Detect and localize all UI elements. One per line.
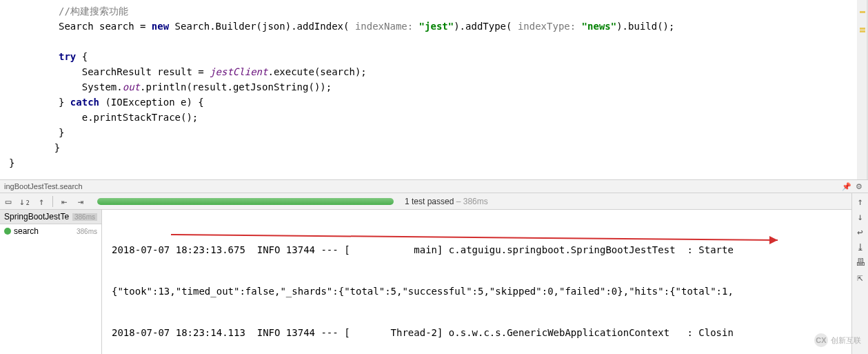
console-line: 2018-07-07 18:23:14.113 INFO 13744 --- [… — [112, 326, 864, 340]
test-toolbar: ▭ ↓₂ ↑ ⇤ ⇥ 1 test passed – 386ms — [0, 193, 868, 210]
code-line: e.printStackTrace(); — [59, 110, 867, 125]
gear-icon[interactable]: ⚙ — [854, 181, 864, 191]
test-progress-bar — [97, 198, 394, 205]
sort-down-icon[interactable]: ↓₂ — [19, 196, 30, 207]
code-line: } — [9, 155, 867, 170]
code-line: System.out.println(result.getJsonString(… — [59, 79, 867, 95]
code-line: SearchResult result = jestClient.execute… — [59, 64, 867, 79]
breadcrumb-bar: ingBootJestTest.search 📌 ⚙ — [0, 179, 868, 193]
tree-header-time: 386ms — [72, 213, 97, 221]
console-line: 2018-07-07 18:23:13.675 INFO 13744 --- [… — [112, 243, 864, 257]
test-results-pane: SpringBootJestTe 386ms search 386ms 2018… — [0, 210, 868, 354]
export-icon[interactable]: ⇱ — [855, 272, 866, 283]
pass-icon — [4, 228, 11, 235]
test-status: 1 test passed – 386ms — [405, 197, 488, 206]
console-line: {"took":13,"timed_out":false,"_shards":{… — [112, 284, 864, 298]
watermark-logo-icon: CX — [814, 333, 828, 347]
code-line: } — [59, 125, 867, 140]
test-tree-header[interactable]: SpringBootJestTe 386ms — [0, 210, 101, 224]
code-line-blank — [59, 34, 867, 49]
toggle-pane-icon[interactable]: ▭ — [3, 196, 14, 207]
svg-line-0 — [171, 235, 778, 240]
test-tree-item[interactable]: search 386ms — [0, 224, 101, 238]
pin-icon[interactable]: 📌 — [842, 181, 851, 191]
down-arrow-icon[interactable]: ↓ — [855, 211, 866, 222]
expand-icon[interactable]: ⇥ — [75, 196, 86, 207]
watermark-text: 创新互联 — [831, 335, 861, 346]
editor-gutter — [857, 0, 867, 179]
watermark: CX 创新互联 — [814, 333, 861, 347]
tree-item-label: search — [14, 226, 39, 236]
print-icon[interactable]: 🖶 — [855, 257, 866, 268]
code-editor[interactable]: //构建搜索功能 Search search = new Search.Buil… — [0, 0, 868, 179]
code-line: } — [31, 140, 867, 155]
console-output[interactable]: 2018-07-07 18:23:13.675 INFO 13744 --- [… — [102, 210, 868, 354]
code-comment: //构建搜索功能 — [59, 6, 128, 17]
code-line: Search search = new Search.Builder(json)… — [59, 19, 867, 34]
code-line: } catch (IOException e) { — [59, 95, 867, 110]
tree-header-label: SpringBootJestTe — [4, 212, 69, 222]
up-arrow-icon[interactable]: ↑ — [855, 196, 866, 207]
code-line: try { — [59, 49, 867, 64]
wrap-icon[interactable]: ↩ — [855, 226, 866, 237]
breadcrumb-text[interactable]: ingBootJestTest.search — [4, 182, 83, 190]
collapse-icon[interactable]: ⇤ — [59, 196, 70, 207]
tree-item-time: 386ms — [77, 228, 97, 235]
test-tree[interactable]: SpringBootJestTe 386ms search 386ms — [0, 210, 102, 354]
console-sidebar: ↑ ↓ ↩ ⤓ 🖶 ⇱ — [851, 193, 868, 354]
sort-up-icon[interactable]: ↑ — [36, 196, 47, 207]
scroll-end-icon[interactable]: ⤓ — [855, 242, 866, 253]
